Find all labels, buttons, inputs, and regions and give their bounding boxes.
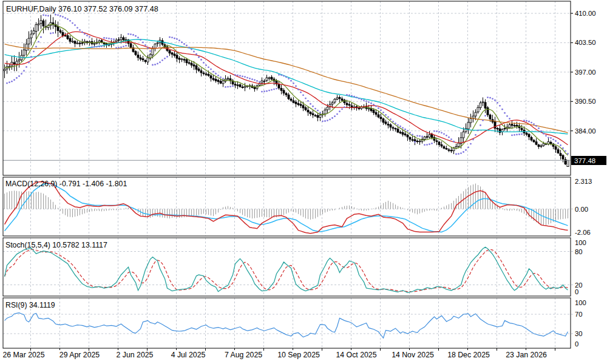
time-axis-label: 29 Apr 2025 bbox=[59, 351, 100, 359]
chart-canvas[interactable]: 410.00403.50397.00390.50384.002.3130.00-… bbox=[0, 0, 607, 364]
time-axis-label: 7 Aug 2025 bbox=[225, 351, 262, 359]
rsi-axis-tick: 70 bbox=[575, 311, 583, 318]
panel-borders bbox=[3, 1, 571, 348]
stoch-axis-tick: 100 bbox=[575, 239, 586, 246]
time-axis-label: 14 Nov 2025 bbox=[392, 351, 434, 359]
macd-axis-tick: -2.06 bbox=[575, 229, 591, 236]
price-axis-tick: 384.00 bbox=[575, 127, 596, 135]
stoch-indicator-label: Stoch(15,5,4) 10.5782 13.1117 bbox=[5, 241, 107, 249]
stoch-axis-tick: 80 bbox=[575, 248, 583, 255]
rsi-panel-border bbox=[3, 298, 571, 348]
time-axis-label: 18 Dec 2025 bbox=[447, 351, 490, 359]
time-axis-label: 4 Jul 2025 bbox=[171, 351, 206, 359]
rsi-indicator-label: RSI(9) 34.1119 bbox=[5, 301, 55, 309]
time-axis-label: 14 Oct 2025 bbox=[336, 351, 377, 359]
stoch-axis-tick: 20 bbox=[575, 281, 583, 289]
time-axis-label: 10 Sep 2025 bbox=[277, 351, 320, 359]
rsi-axis-tick: 100 bbox=[575, 299, 586, 306]
price-axis-tick: 410.00 bbox=[575, 10, 596, 17]
stoch-axis-tick: 0 bbox=[575, 288, 578, 295]
time-axis-label: 23 Jan 2026 bbox=[506, 351, 547, 359]
chart-title-ohlc: EURHUF,Daily 376.10 377.52 376.09 377.48 bbox=[6, 5, 158, 13]
rsi-axis-tick: 0 bbox=[575, 340, 578, 348]
macd-axis-tick: 0.00 bbox=[575, 206, 588, 213]
trading-chart-window: 410.00403.50397.00390.50384.002.3130.00-… bbox=[0, 0, 607, 364]
current-price-label: 377.48 bbox=[574, 157, 595, 164]
current-price-badge: 377.48 bbox=[571, 156, 606, 165]
macd-axis-tick: 2.313 bbox=[575, 178, 592, 185]
time-axis-label: 2 Jun 2025 bbox=[117, 351, 154, 359]
price-axis-tick: 397.00 bbox=[575, 69, 596, 76]
time-axis-label: 26 Mar 2025 bbox=[2, 351, 44, 359]
price-axis-tick: 390.50 bbox=[575, 98, 596, 105]
price-pane[interactable] bbox=[3, 14, 571, 167]
price-axis-tick: 403.50 bbox=[575, 39, 596, 46]
macd-indicator-label: MACD(12,26,9) -0.791 -1.406 -1.801 bbox=[5, 180, 127, 188]
rsi-axis-tick: 30 bbox=[575, 330, 583, 337]
